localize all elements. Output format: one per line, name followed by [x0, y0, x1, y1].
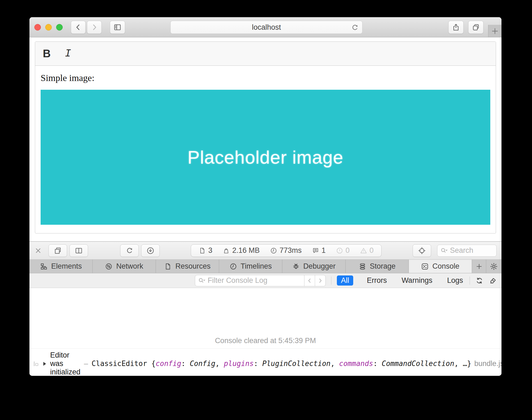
resource-stats[interactable]: 3 2.16 MB 773ms 1: [191, 244, 382, 257]
tab-resources[interactable]: Resources: [156, 260, 219, 273]
scope-all[interactable]: All: [337, 275, 353, 286]
bold-button[interactable]: B: [43, 47, 51, 60]
devtools-toolbar-right: [413, 244, 497, 257]
devtools-settings-button[interactable]: [486, 260, 501, 273]
reload-page-button[interactable]: [120, 244, 139, 257]
chevron-left-icon: [74, 23, 82, 31]
download-webarchive-button[interactable]: [141, 244, 160, 257]
placeholder-image[interactable]: Placeholder image: [41, 90, 490, 225]
devtools-tab-bar: Elements Network Resources Timelines Deb…: [29, 260, 501, 273]
editor-paragraph: Simple image:: [41, 73, 490, 83]
tab-network[interactable]: Network: [93, 260, 156, 273]
rich-text-editor: B I Simple image: Placeholder image: [35, 41, 496, 233]
close-window-button[interactable]: [34, 24, 41, 31]
stat-warning-count: 0: [360, 246, 374, 255]
divider: [470, 277, 470, 285]
stat-error-count: 0: [336, 246, 350, 255]
tab-debugger[interactable]: Debugger: [282, 260, 346, 273]
stat-log-count: 1: [312, 246, 326, 255]
message-bubble-icon: [312, 247, 319, 254]
url-text: localhost: [252, 23, 281, 32]
error-octagon-icon: [336, 247, 343, 254]
scope-logs[interactable]: Logs: [446, 275, 464, 286]
new-tab-button[interactable]: [488, 25, 501, 37]
find-previous-button[interactable]: [304, 275, 315, 286]
debugger-icon: [292, 263, 300, 270]
placeholder-image-text: Placeholder image: [188, 147, 343, 168]
devtools-toolbar: 3 2.16 MB 773ms 1: [29, 242, 501, 260]
log-source-link[interactable]: bundle.js:39326: [474, 359, 501, 368]
safari-window: localhost B: [29, 17, 501, 376]
console-filter-input[interactable]: [208, 276, 304, 285]
find-next-button[interactable]: [315, 275, 325, 286]
plus-icon: [491, 27, 499, 35]
zoom-window-button[interactable]: [56, 24, 63, 31]
chevron-right-icon: [90, 23, 98, 31]
stat-load-time: 773ms: [270, 246, 302, 255]
sidebar-icon: [113, 23, 122, 31]
forward-button[interactable]: [87, 21, 102, 34]
console-filter-field[interactable]: [195, 275, 326, 286]
reload-icon[interactable]: [351, 23, 359, 32]
dock-side-button[interactable]: [69, 244, 88, 257]
log-separator: –: [84, 359, 88, 368]
share-button[interactable]: [448, 21, 464, 34]
scope-errors[interactable]: Errors: [366, 275, 388, 286]
history-nav: [71, 21, 102, 34]
console-log-row[interactable]: Editor was initialized – ClassicEditor {…: [29, 349, 501, 376]
minimize-window-button[interactable]: [45, 24, 52, 31]
undock-devtools-button[interactable]: [49, 244, 67, 257]
console-empty-space: [29, 288, 501, 334]
download-icon: [146, 247, 155, 255]
tabs-overview-icon: [472, 23, 480, 31]
timelines-icon: [229, 263, 237, 270]
divider: [331, 277, 331, 285]
two-windows-icon: [54, 247, 62, 255]
editor-toolbar: B I: [35, 42, 496, 66]
stat-resources: 3: [199, 246, 212, 255]
log-session-icon: [33, 361, 39, 367]
search-icon: [440, 247, 448, 254]
tab-storage[interactable]: Storage: [346, 260, 409, 273]
browser-viewport: B I Simple image: Placeholder image: [29, 37, 501, 242]
clear-console-icon[interactable]: [489, 277, 497, 285]
address-bar[interactable]: localhost: [170, 21, 362, 34]
resources-icon: [164, 263, 172, 270]
disclosure-triangle-icon[interactable]: [42, 361, 47, 367]
clock-icon: [270, 247, 277, 254]
traffic-lights: [34, 24, 63, 31]
weight-icon: [223, 247, 230, 254]
scope-warnings[interactable]: Warnings: [400, 275, 433, 286]
share-icon: [452, 23, 460, 31]
console-filter-bar: All Errors Warnings Logs: [29, 273, 501, 288]
close-devtools-icon[interactable]: [34, 247, 42, 254]
search-icon: [198, 277, 206, 284]
tab-timelines[interactable]: Timelines: [219, 260, 282, 273]
stat-transfer-size: 2.16 MB: [223, 246, 260, 255]
show-all-tabs-button[interactable]: [468, 21, 483, 34]
warning-triangle-icon: [360, 247, 367, 254]
split-pane-icon: [75, 247, 83, 255]
browser-titlebar: localhost: [29, 17, 501, 37]
console-output[interactable]: Console cleared at 5:45:39 PM Editor was…: [29, 288, 501, 376]
storage-icon: [359, 263, 366, 270]
devtools-search-field[interactable]: [437, 245, 497, 257]
back-button[interactable]: [71, 21, 86, 34]
page-controls: [120, 244, 160, 257]
console-icon: [421, 263, 429, 270]
console-cleared-message: Console cleared at 5:45:39 PM: [29, 334, 501, 349]
inspect-element-button[interactable]: [413, 244, 431, 257]
log-object-preview[interactable]: ClassicEditor {config: Config, plugins: …: [92, 359, 471, 368]
preserve-log-icon[interactable]: [475, 277, 483, 285]
editor-content[interactable]: Simple image: Placeholder image: [35, 66, 496, 233]
sidebar-toggle-button[interactable]: [110, 21, 125, 34]
elements-icon: [40, 263, 48, 270]
italic-button[interactable]: I: [65, 48, 71, 59]
tab-elements[interactable]: Elements: [29, 260, 93, 273]
add-tab-button[interactable]: [472, 260, 486, 273]
tab-console[interactable]: Console: [409, 260, 472, 273]
crosshair-icon: [418, 247, 426, 255]
titlebar-right-buttons: [448, 21, 483, 34]
dock-controls: [49, 244, 88, 257]
search-input[interactable]: [450, 246, 485, 255]
